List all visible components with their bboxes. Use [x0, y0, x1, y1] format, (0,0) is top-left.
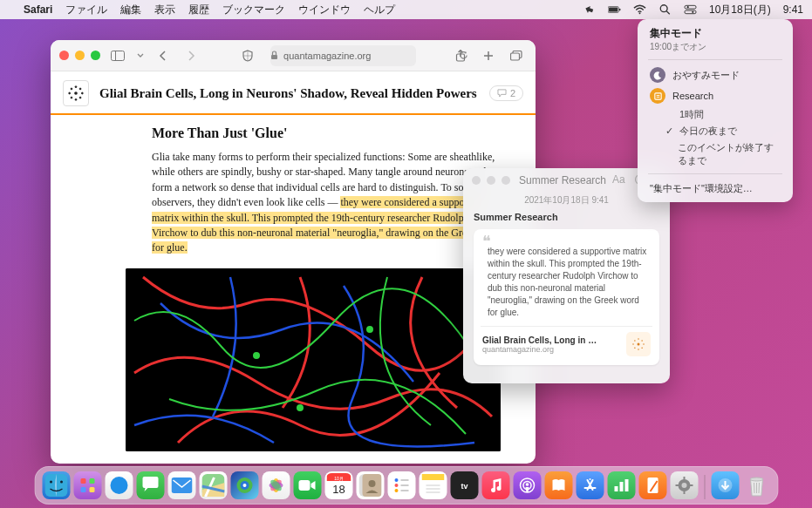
- quick-note-quote-card[interactable]: ❝ they were considered a supportive matr…: [474, 229, 659, 365]
- maps-icon[interactable]: [199, 471, 227, 499]
- launchpad-icon[interactable]: [73, 471, 101, 499]
- menubar-edit[interactable]: 編集: [120, 3, 141, 17]
- svg-point-36: [634, 340, 636, 342]
- sleep-mode-label: おやすみモード: [672, 69, 740, 82]
- quick-note-title: Summer Research: [519, 174, 607, 186]
- music-icon[interactable]: [481, 471, 509, 499]
- reminders-icon[interactable]: [387, 471, 415, 499]
- svg-rect-93: [675, 484, 679, 486]
- books-icon[interactable]: [544, 471, 572, 499]
- sidebar-toggle-icon[interactable]: [107, 46, 128, 65]
- qn-minimize-button[interactable]: [487, 176, 495, 185]
- focus-opt-tonight[interactable]: ✓今日の夜まで: [641, 123, 789, 139]
- comment-icon: [497, 89, 507, 98]
- svg-point-90: [681, 483, 686, 488]
- menubar-file[interactable]: ファイル: [65, 3, 107, 17]
- messages-icon[interactable]: [136, 471, 164, 499]
- menubar-history[interactable]: 履歴: [188, 3, 209, 17]
- focus-opt-event-end[interactable]: このイベントが終了するまで: [641, 139, 789, 169]
- svg-point-23: [71, 97, 72, 98]
- close-button[interactable]: [59, 51, 69, 60]
- svg-rect-85: [614, 486, 618, 491]
- forward-button[interactable]: [181, 46, 201, 65]
- text-format-icon[interactable]: Aa: [612, 173, 625, 188]
- svg-point-21: [71, 88, 72, 90]
- menubar-window[interactable]: ウインドウ: [298, 3, 351, 17]
- qn-close-button[interactable]: [472, 176, 481, 185]
- opt3-label: このイベントが終了するまで: [678, 141, 781, 167]
- calendar-icon[interactable]: 10月18: [324, 471, 352, 499]
- svg-rect-87: [624, 479, 628, 491]
- site-favicon: [63, 80, 89, 106]
- find-my-icon[interactable]: [230, 471, 258, 499]
- svg-point-50: [110, 477, 127, 494]
- safari-dock-icon[interactable]: [105, 471, 133, 499]
- numbers-icon[interactable]: [607, 471, 635, 499]
- quick-note-heading[interactable]: Summer Research: [474, 212, 659, 222]
- svg-line-5: [666, 11, 670, 15]
- new-tab-icon[interactable]: [478, 46, 499, 65]
- facetime-icon[interactable]: [293, 471, 321, 499]
- share-icon[interactable]: [450, 46, 471, 65]
- svg-point-38: [634, 347, 636, 349]
- podcasts-icon[interactable]: [513, 471, 541, 499]
- check-icon: ✓: [664, 125, 674, 137]
- svg-point-84: [525, 483, 529, 486]
- tv-icon[interactable]: tv: [450, 471, 478, 499]
- trash-icon[interactable]: [742, 471, 770, 499]
- minimize-button[interactable]: [75, 51, 85, 60]
- wifi-icon[interactable]: [633, 3, 646, 16]
- notes-icon[interactable]: [419, 471, 447, 499]
- svg-point-68: [368, 480, 375, 487]
- pages-icon[interactable]: [638, 471, 666, 499]
- svg-rect-51: [171, 478, 192, 493]
- focus-menu: 集中モード 19:00までオン おやすみモード Research 1時間 ✓今日…: [638, 19, 793, 202]
- svg-text:tv: tv: [461, 482, 467, 491]
- article-paragraph: Glia take many forms to perform their sp…: [152, 150, 506, 256]
- contacts-icon[interactable]: [356, 471, 384, 499]
- url-text: quantamagazine.org: [283, 51, 371, 61]
- downloads-icon[interactable]: [711, 471, 739, 499]
- app-store-icon[interactable]: [576, 471, 604, 499]
- finder-icon[interactable]: [42, 471, 70, 499]
- chevron-down-icon[interactable]: [135, 46, 146, 65]
- qn-zoom-button[interactable]: [502, 176, 510, 185]
- svg-rect-60: [298, 480, 310, 491]
- address-bar[interactable]: quantamagazine.org: [270, 45, 416, 66]
- svg-rect-7: [685, 10, 696, 14]
- quick-note-window: Summer Research Aa » 2021年10月18日 9:41 Su…: [463, 168, 670, 383]
- menubar-time[interactable]: 9:41: [783, 3, 803, 16]
- focus-sleep-mode[interactable]: おやすみモード: [641, 64, 789, 85]
- menubar-date[interactable]: 10月18日(月): [709, 3, 771, 17]
- svg-rect-86: [619, 482, 623, 491]
- focus-research[interactable]: Research: [641, 85, 789, 106]
- mail-icon[interactable]: [167, 471, 195, 499]
- search-icon[interactable]: [658, 3, 672, 16]
- system-preferences-icon[interactable]: [670, 471, 698, 499]
- svg-rect-15: [511, 53, 520, 60]
- control-center-icon[interactable]: [684, 3, 697, 16]
- menubar-help[interactable]: ヘルプ: [364, 3, 395, 17]
- svg-point-39: [641, 347, 643, 349]
- tabs-icon[interactable]: [506, 46, 527, 65]
- comments-badge[interactable]: 2: [489, 85, 523, 101]
- svg-rect-40: [654, 92, 660, 98]
- quick-note-link[interactable]: Glial Brain Cells, Long in … quantamagaz…: [482, 332, 651, 356]
- menubar-app[interactable]: Safari: [24, 3, 52, 16]
- svg-point-8: [687, 6, 689, 8]
- zoom-button[interactable]: [91, 51, 100, 60]
- svg-point-9: [692, 11, 693, 13]
- svg-point-3: [639, 12, 641, 14]
- battery-icon[interactable]: [608, 3, 621, 16]
- privacy-shield-icon[interactable]: [237, 46, 258, 65]
- focus-preferences[interactable]: "集中モード"環境設定…: [641, 179, 789, 197]
- menubar-bookmarks[interactable]: ブックマーク: [222, 3, 285, 17]
- menubar-view[interactable]: 表示: [154, 3, 175, 17]
- focus-title: 集中モード: [650, 26, 781, 41]
- svg-rect-1: [609, 8, 618, 12]
- photos-icon[interactable]: [262, 471, 290, 499]
- focus-opt-1hour[interactable]: 1時間: [641, 106, 789, 123]
- focus-status-icon[interactable]: [583, 3, 596, 16]
- article-subhead: More Than Just 'Glue': [152, 125, 506, 141]
- back-button[interactable]: [153, 46, 174, 65]
